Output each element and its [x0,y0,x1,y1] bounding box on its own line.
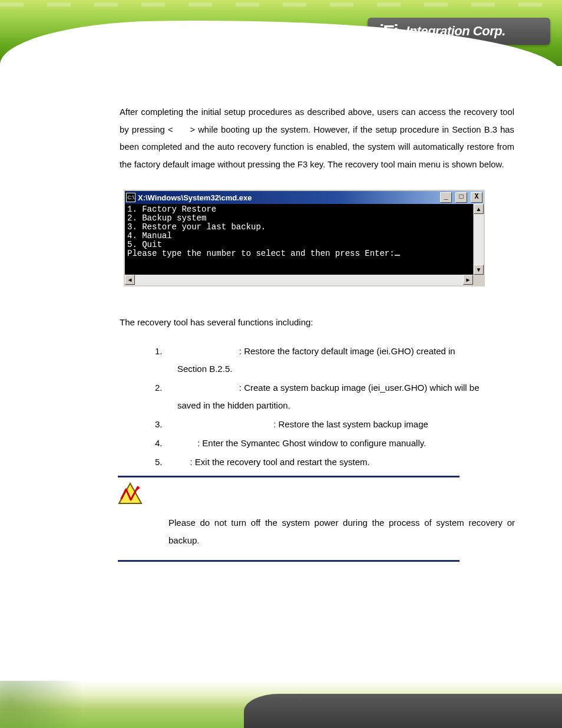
desc: : Exit the recovery tool and restart the… [190,457,370,467]
functions-intro: The recovery tool has several functions … [120,317,514,327]
idx: 2. [155,379,168,397]
page-content: After completing the initial setup proce… [120,104,514,566]
titlebar: C:\ X:\Windows\System32\cmd.exe _ □ X [125,191,484,204]
scroll-track-v[interactable] [474,214,484,265]
scroll-up-button[interactable]: ▲ [474,204,484,214]
menu-line-5: 5. Quit [127,240,162,249]
desc: : Enter the Symantec Ghost window to con… [197,438,426,448]
system-menu-icon[interactable]: C:\ [126,193,135,202]
menu-line-3: 3. Restore your last backup. [127,222,266,232]
decor-lines [0,3,562,6]
warning-rule-bottom [118,560,459,562]
warning-rule-top [118,476,459,477]
warning-icon [118,482,143,506]
desc-cont: saved in the hidden partition. [177,397,520,414]
function-item-5: 5. : Exit the recovery tool and restart … [155,453,520,471]
gap [168,457,190,467]
desc: : Create a system backup image (iei_user… [239,383,480,393]
scroll-down-button[interactable]: ▼ [474,265,484,275]
horizontal-scrollbar[interactable]: ◄ ► [125,275,484,285]
close-button[interactable]: X [471,192,482,203]
maximize-button[interactable]: □ [455,192,467,203]
menu-line-2: 2. Backup system [127,213,206,223]
text-cursor [395,255,400,256]
menu-line-4: 4. Manual [127,231,172,241]
desc: : Restore the factory default image (iei… [239,346,455,356]
window-title: X:\Windows\System32\cmd.exe [138,193,252,202]
function-item-1: 1. : Restore the factory default image (… [155,342,520,378]
vertical-scrollbar[interactable]: ▲ ▼ [473,204,484,275]
desc-cont: Section B.2.5. [177,360,520,378]
idx: 4. [155,434,168,452]
gap [168,419,273,429]
scroll-right-button[interactable]: ► [463,275,473,285]
function-item-4: 4. : Enter the Symantec Ghost window to … [155,434,520,452]
footer-banner [0,681,562,728]
scroll-left-button[interactable]: ◄ [125,275,135,285]
terminal[interactable]: 1. Factory Restore 2. Backup system 3. R… [125,204,473,275]
warning-text: Please do not turn off the system power … [168,514,515,549]
scroll-track-h[interactable] [135,275,463,285]
idx: 5. [155,453,168,471]
idx: 1. [155,342,168,360]
intro-paragraph: After completing the initial setup proce… [120,104,514,173]
scroll-corner [473,275,484,285]
gap [168,383,239,393]
function-item-3: 3. : Restore the last system backup imag… [155,416,520,433]
key-gap [176,125,187,134]
functions-list: 1. : Restore the factory default image (… [155,342,520,471]
desc: : Restore the last system backup image [273,419,428,429]
gap [168,346,239,356]
gap [168,438,197,448]
idx: 3. [155,416,168,433]
menu-line-1: 1. Factory Restore [127,205,216,214]
cmd-window: C:\ X:\Windows\System32\cmd.exe _ □ X 1.… [124,190,485,286]
function-item-2: 2. : Create a system backup image (iei_u… [155,379,520,414]
prompt-line: Please type the number to select and the… [127,249,395,258]
minimize-button[interactable]: _ [440,192,452,203]
header-banner: iEi . Integration Corp. [0,0,562,66]
